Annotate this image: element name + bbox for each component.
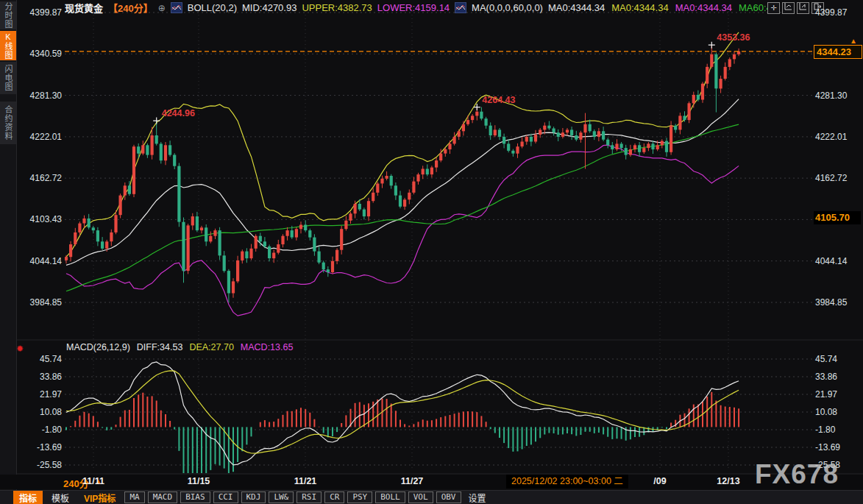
macd-axis-label: 33.86 — [815, 372, 856, 382]
x-axis-date-label: 11/15 — [188, 476, 210, 486]
price-axis-label: 4162.72 — [815, 173, 856, 183]
macd-axis-label: 21.97 — [815, 389, 856, 400]
x-axis-date-label: 12/13 — [717, 476, 739, 486]
x-axis-strip: 240分 ▲ 2025/12/02 23:00~03:00 二 11/1111/… — [0, 475, 863, 489]
high-price-label: 4264.43 — [482, 95, 515, 105]
macd-axis-label: -13.69 — [21, 442, 62, 452]
price-axis-label: 4044.14 — [815, 256, 856, 266]
alarm-icon[interactable]: ✹ — [15, 344, 25, 354]
indicator-button-ma[interactable]: MA — [124, 491, 144, 503]
period-badge[interactable]: 【240分】 — [108, 1, 153, 15]
indicator-button-rsi[interactable]: RSI — [296, 491, 322, 503]
price-axis-label: 4103.43 — [21, 214, 62, 224]
tab-templates[interactable]: 模板 — [46, 491, 75, 504]
macd-axis-label: 10.08 — [815, 407, 856, 417]
x-axis-date-label: 11/21 — [294, 476, 317, 486]
macd-axis-label: -13.69 — [815, 442, 856, 452]
trading-terminal-window: 分时图K线图闪电图合约资料 ✹ 现货黄金 【240分】 ⊕ BOLL(20,2)… — [0, 0, 863, 504]
macd-axis-label: 10.08 — [21, 407, 62, 417]
price-axis-label: 4044.14 — [21, 256, 62, 266]
candles — [65, 45, 740, 302]
indicator-button-cr[interactable]: CR — [324, 491, 344, 503]
price-axis-label: 4222.01 — [21, 132, 62, 142]
indicator-button-macd[interactable]: MACD — [148, 491, 178, 503]
ma-value: MA0:4344.34 — [675, 2, 732, 13]
sidebar-tab-item[interactable]: 分时图 — [0, 1, 16, 29]
macd-axis-label: 45.74 — [815, 354, 856, 364]
price-axis-label: 4222.01 — [815, 132, 856, 142]
macd-axis-label: -25.58 — [21, 460, 62, 470]
boll-name: BOLL(20,2) — [188, 2, 237, 13]
high-cross-marker — [708, 42, 715, 49]
macd-header: MACD(26,12,9) DIFF:34.53 DEA:27.70 MACD:… — [66, 342, 293, 352]
scroll-latest-icon[interactable]: ▲ — [850, 37, 857, 45]
boll-upper-value: UPPER:4382.73 — [302, 2, 372, 13]
add-indicator-icon[interactable]: ⊕ — [158, 3, 166, 13]
price-axis-label: 3984.85 — [21, 297, 62, 308]
ma-value: MA0:4344.34 — [611, 2, 668, 13]
macd-axis-label: -1.80 — [815, 425, 856, 435]
indicator-button-vol[interactable]: VOL — [408, 491, 433, 503]
indicator-header: 现货黄金 【240分】 ⊕ BOLL(20,2) MID:4270.93 UPP… — [65, 1, 772, 15]
macd-axis-label: -1.80 — [21, 425, 62, 435]
brand-watermark: FX678 — [755, 459, 839, 490]
ma-name: MA(0,0,0,60,0,0) — [472, 2, 543, 13]
last-price-tag: 4344.23 — [814, 45, 862, 59]
x-axis-date-label: 11/27 — [401, 476, 424, 486]
price-axis-label: 4281.30 — [21, 90, 62, 101]
indicator-button-lw[interactable]: LW& — [269, 491, 294, 503]
macd-pane — [66, 362, 739, 480]
macd-axis-label: 21.97 — [21, 389, 62, 400]
sidebar-tab-active[interactable]: K线图 — [0, 31, 16, 60]
tab-indicators[interactable]: 指标 — [13, 491, 43, 504]
bottom-toolbar: 指标 模板 VIP指标 MAMACDBIASCCIKDJLW&RSICRPSYB… — [0, 490, 863, 504]
price-axis-label: 4399.87 — [815, 7, 856, 18]
boll-indicator-icon[interactable] — [171, 2, 182, 13]
x-axis-date-label: /09 — [653, 476, 666, 486]
boll-ma-lines — [65, 32, 740, 316]
bar-time-tooltip: 2025/12/02 23:00~03:00 二 — [506, 475, 628, 489]
indicator-button-bias[interactable]: BIAS — [180, 491, 210, 503]
price-axis-label: 4281.30 — [815, 90, 856, 101]
scale-tool-icon[interactable] — [797, 2, 809, 14]
boll-lower-value: LOWER:4159.14 — [377, 2, 450, 13]
indicator-button-obv[interactable]: OBV — [436, 491, 461, 503]
macd-axis-label: 45.74 — [21, 354, 62, 364]
zoom-axis-tool-icon[interactable] — [782, 2, 795, 14]
boll-mid-value: MID:4270.93 — [242, 2, 296, 13]
symbol-name: 现货黄金 — [65, 1, 103, 15]
indicator-buttons: MAMACDBIASCCIKDJLW&RSICRPSYBOLLVOLOBV — [124, 491, 461, 503]
tab-vip-indicators[interactable]: VIP指标 — [78, 491, 121, 504]
chart-canvas[interactable] — [0, 0, 863, 504]
ma-indicator-icon[interactable] — [455, 2, 466, 13]
macd-histogram — [66, 392, 739, 480]
indicator-button-cci[interactable]: CCI — [213, 491, 238, 503]
macd-diff-value: DIFF:34.53 — [137, 342, 183, 352]
left-sidebar: 分时图K线图闪电图合约资料 — [0, 0, 17, 504]
settings-button[interactable]: 设置 — [464, 491, 491, 504]
x-axis-date-label: 11/11 — [82, 476, 104, 486]
indicator-button-kdj[interactable]: KDJ — [241, 491, 266, 503]
price-axis-label: 3984.85 — [815, 297, 856, 308]
sidebar-tab-item[interactable]: 闪电图 — [0, 62, 16, 94]
macd-axis-label: 33.86 — [21, 372, 62, 382]
mid-price-tag: 4105.70 — [814, 211, 861, 224]
macd-dea-value: DEA:27.70 — [189, 342, 233, 352]
macd-name: MACD(26,12,9) — [66, 342, 130, 352]
sidebar-tab-item[interactable]: 合约资料 — [0, 102, 16, 144]
price-axis-label: 4162.72 — [21, 173, 62, 183]
indicator-button-psy[interactable]: PSY — [347, 491, 372, 503]
high-cross-marker — [153, 118, 160, 124]
price-axis-label: 4340.59 — [21, 49, 62, 59]
indicator-button-boll[interactable]: BOLL — [375, 491, 405, 503]
ma-values: MA0:4344.34MA0:4344.34MA0:4344.34MA60:4 — [548, 2, 772, 13]
ma-value: MA0:4344.34 — [548, 2, 605, 13]
high-price-label: 4244.96 — [162, 108, 195, 118]
high-price-label: 4353.36 — [717, 32, 750, 43]
crosshair-tool-icon[interactable]: ✛ — [767, 2, 780, 14]
price-axis-label: 4399.87 — [21, 7, 62, 18]
macd-value: MACD:13.65 — [241, 342, 294, 352]
